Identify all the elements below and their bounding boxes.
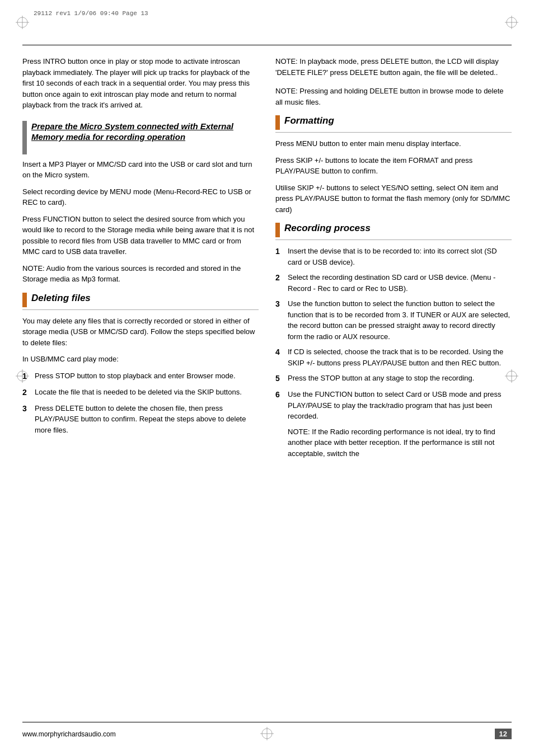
recording-step-6: 6 Use the FUNCTION button to select Card… (275, 389, 512, 422)
left-column: Press INTRO button once in play or stop … (22, 50, 259, 714)
recording-step-1: 1 Insert the devise that is to be record… (275, 246, 512, 267)
reg-mark-top-left (16, 16, 29, 29)
section1-para4: NOTE: Audio from the various sources is … (22, 263, 259, 285)
formatting-title: Formatting (284, 115, 334, 126)
recording-bar (275, 223, 280, 237)
intro-text: Press INTRO button once in play or stop … (22, 56, 259, 111)
deleting-step-3: 3 Press DELETE button to delete the chos… (22, 403, 259, 436)
deleting-step-2: 2 Locate the file that is needed to be d… (22, 387, 259, 398)
recording-step-4: 4 If CD is selected, choose the track th… (275, 346, 512, 368)
formatting-bar (275, 115, 280, 130)
section2-bar (22, 293, 27, 307)
footer: www.morphyrichardsaudio.com 12 (22, 729, 512, 739)
section2-intro: You may delete any files that is correct… (22, 316, 259, 349)
deleting-steps-list: 1 Press STOP button to stop playback and… (22, 370, 259, 436)
footer-page-number: 12 (495, 729, 512, 739)
right-column: NOTE: In playback mode, press DELETE but… (275, 50, 512, 714)
print-header: 29112 rev1 1/9/06 09:40 Page 13 (34, 10, 148, 17)
recording-steps-list: 1 Insert the devise that is to be record… (275, 246, 512, 459)
recording-step-7-note: NOTE: If the Radio recording performance… (275, 426, 512, 459)
recording-step-5: 5 Press the STOP button at any stage to … (275, 373, 512, 384)
page-container: 29112 rev1 1/9/06 09:40 Page 13 www.morp… (0, 0, 534, 756)
section1-title: Prepare the Micro System connected with … (31, 121, 259, 143)
top-rule (22, 45, 512, 45)
section2-header: Deleting files (22, 293, 259, 310)
section2-title: Deleting files (31, 293, 91, 304)
content-area: Press INTRO button once in play or stop … (22, 50, 512, 714)
recording-step-2: 2 Select the recording destination SD ca… (275, 272, 512, 294)
right-note-2: NOTE: Pressing and holding DELETE button… (275, 86, 512, 107)
section1-para3: Press FUNCTION button to select the desi… (22, 214, 259, 257)
recording-step-3: 3 Use the function button to select the … (275, 298, 512, 342)
deleting-step-1: 1 Press STOP button to stop playback and… (22, 370, 259, 382)
section1-para1: Insert a MP3 Player or MMC/SD card into … (22, 159, 259, 181)
section2-sub-intro: In USB/MMC card play mode: (22, 354, 259, 365)
bottom-rule (22, 722, 512, 722)
formatting-header: Formatting (275, 115, 512, 133)
section1-bar (22, 121, 27, 154)
recording-title: Recording process (284, 223, 371, 234)
reg-mark-top-right (505, 16, 518, 29)
footer-url: www.morphyrichardsaudio.com (22, 730, 116, 738)
section1-header: Prepare the Micro System connected with … (22, 121, 259, 154)
right-note-1: NOTE: In playback mode, press DELETE but… (275, 56, 512, 78)
formatting-para1: Press MENU button to enter main menu dis… (275, 138, 512, 149)
recording-header: Recording process (275, 223, 512, 240)
formatting-para3: Utilise SKIP +/- buttons to select YES/N… (275, 182, 512, 215)
formatting-para2: Press SKIP +/- buttons to locate the ite… (275, 155, 512, 177)
section1-para2: Select recording device by MENU mode (Me… (22, 186, 259, 208)
